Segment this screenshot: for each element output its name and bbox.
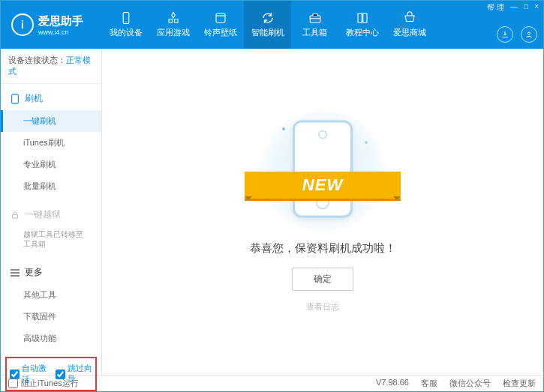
- sidebar-item-advanced[interactable]: 高级功能: [1, 328, 101, 349]
- section-jailbreak[interactable]: 一键越狱: [1, 203, 101, 226]
- top-nav: 我的设备 应用游戏 铃声壁纸 智能刷机 工具箱 教程中心 爱思商城: [102, 1, 433, 49]
- nav-smart-flash[interactable]: 智能刷机: [244, 1, 291, 49]
- window-controls: 帮 理 — □ ×: [487, 2, 539, 13]
- jailbreak-note: 越狱工具已转移至 工具箱: [1, 226, 101, 255]
- minimize-button[interactable]: —: [510, 2, 518, 13]
- account-button[interactable]: [521, 26, 537, 43]
- view-log-link[interactable]: 查看日志: [306, 301, 339, 313]
- new-ribbon: NEW: [245, 172, 401, 199]
- toolbox-icon: [308, 11, 323, 25]
- cart-icon: [402, 11, 417, 25]
- menu-icon: [10, 268, 20, 278]
- apps-icon: [166, 11, 181, 25]
- help-button[interactable]: 帮 理: [487, 2, 504, 13]
- section-more[interactable]: 更多: [1, 261, 101, 284]
- media-icon: [213, 11, 228, 25]
- close-button[interactable]: ×: [534, 2, 539, 13]
- sidebar-item-one-click-flash[interactable]: 一键刷机: [1, 110, 101, 132]
- footer-wechat[interactable]: 微信公众号: [449, 378, 491, 389]
- checkbox-block-itunes[interactable]: [8, 379, 18, 388]
- section-flash[interactable]: 刷机: [1, 87, 101, 110]
- nav-toolbox[interactable]: 工具箱: [291, 1, 338, 49]
- phone-icon: [119, 11, 134, 25]
- nav-store[interactable]: 爱思商城: [386, 1, 433, 49]
- main-content: NEW 恭喜您，保资料刷机成功啦！ 确定 查看日志: [102, 49, 543, 375]
- version-label: V7.98.66: [376, 378, 409, 389]
- footer-service[interactable]: 客服: [421, 378, 437, 389]
- sidebar-item-itunes-flash[interactable]: iTunes刷机: [1, 132, 101, 154]
- logo-icon: i: [11, 13, 34, 36]
- sidebar-item-batch-flash[interactable]: 批量刷机: [1, 175, 101, 197]
- header-right-buttons: [497, 26, 537, 43]
- footer-update[interactable]: 检查更新: [503, 378, 536, 389]
- svg-rect-5: [12, 94, 19, 103]
- maximize-button[interactable]: □: [524, 2, 528, 13]
- refresh-icon: [260, 11, 275, 25]
- nav-apps-games[interactable]: 应用游戏: [149, 1, 197, 49]
- download-button[interactable]: [497, 26, 513, 43]
- download-icon: [500, 30, 509, 39]
- book-icon: [355, 11, 370, 25]
- logo: i 爱思助手 www.i4.cn: [1, 13, 102, 36]
- lock-icon: [10, 210, 20, 220]
- nav-my-device[interactable]: 我的设备: [102, 1, 149, 49]
- phone-small-icon: [10, 94, 20, 104]
- sidebar-item-pro-flash[interactable]: 专业刷机: [1, 154, 101, 175]
- ok-button[interactable]: 确定: [292, 268, 353, 291]
- sidebar-item-download-firmware[interactable]: 下载固件: [1, 306, 101, 328]
- nav-ringtone-wallpaper[interactable]: 铃声壁纸: [197, 1, 244, 49]
- brand-site: www.i4.cn: [38, 28, 83, 36]
- svg-rect-3: [310, 16, 320, 22]
- svg-point-1: [125, 22, 127, 23]
- nav-tutorials[interactable]: 教程中心: [338, 1, 386, 49]
- footer: 阻止iTunes运行 V7.98.66 客服 微信公众号 检查更新: [1, 375, 543, 391]
- svg-point-4: [528, 32, 530, 34]
- success-message: 恭喜您，保资料刷机成功啦！: [250, 241, 396, 256]
- sidebar: 设备连接状态：正常模式 刷机 一键刷机 iTunes刷机 专业刷机 批量刷机 一…: [1, 49, 102, 375]
- sidebar-item-other-tools[interactable]: 其他工具: [1, 284, 101, 306]
- block-itunes-label: 阻止iTunes运行: [21, 378, 79, 389]
- brand-name: 爱思助手: [38, 14, 83, 28]
- connection-status: 设备连接状态：正常模式: [1, 49, 101, 84]
- success-illustration: NEW: [255, 111, 390, 231]
- user-icon: [524, 30, 533, 39]
- app-header: i 爱思助手 www.i4.cn 我的设备 应用游戏 铃声壁纸 智能刷机 工具箱: [1, 1, 543, 49]
- svg-rect-6: [13, 214, 18, 218]
- svg-rect-2: [216, 13, 225, 22]
